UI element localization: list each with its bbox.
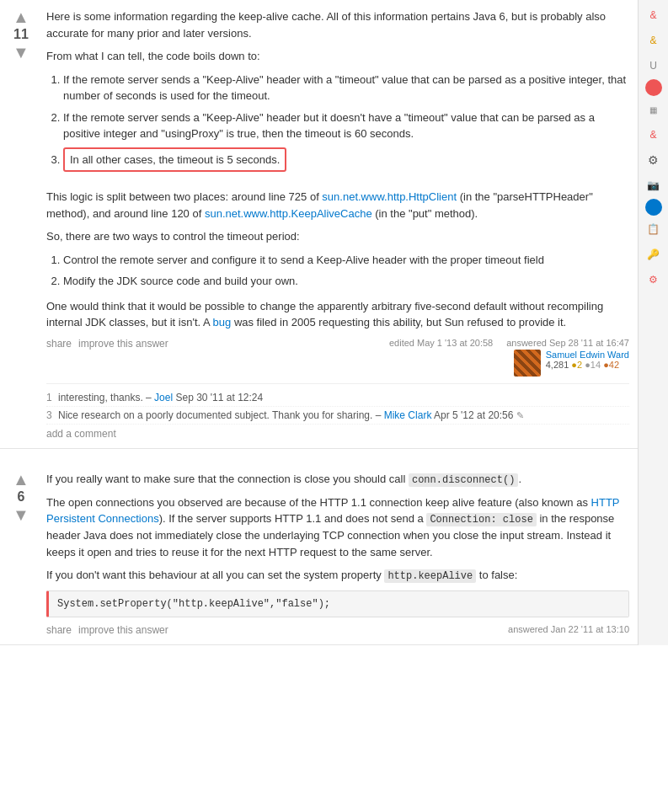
comment-vote-1: 1 (46, 392, 52, 403)
vote-column-1: ▲ 11 ▼ (0, 8, 42, 440)
answer-footer-1: share improve this answer edited May 1 '… (46, 338, 629, 377)
improve-link-2[interactable]: improve this answer (78, 624, 168, 636)
comment-time-2: Apr 5 '12 at 20:56 (431, 409, 513, 421)
sidebar-icon-4[interactable] (645, 79, 662, 96)
avatar-pattern-1 (514, 350, 541, 377)
final-para: One would think that it would be possibl… (46, 298, 629, 331)
edit-info-1: edited May 1 '13 at 20:58 (389, 338, 493, 348)
user-rep-1: 4,281 ●2 ●14 ●42 (546, 360, 629, 370)
user-avatar-1 (514, 350, 541, 377)
silver-badge-1: ●14 (585, 360, 601, 370)
answer-block-2: ▲ 6 ▼ If you really want to make sure th… (0, 462, 638, 646)
answer-action-links-2: share improve this answer (46, 624, 168, 636)
sidebar-icon-6[interactable]: & (642, 123, 665, 147)
comment-text-2: Nice research on a poorly documented sub… (58, 409, 384, 421)
add-comment-link-1[interactable]: add a comment (46, 428, 116, 440)
link-httpclient[interactable]: sun.net.www.http.HttpClient (322, 190, 457, 203)
user-card-1: answered Sep 28 '11 at 16:47 Samuel Edwi… (506, 338, 629, 377)
answer2-p2-text2: ). If the server supports HTTP 1.1 and d… (159, 512, 427, 525)
list-item-1: If the remote server sends a "Keep-Alive… (63, 72, 629, 104)
logic-text-1: This logic is split between two places: … (46, 190, 322, 203)
comment-text-1: interesting, thanks. – (58, 392, 154, 403)
answer-intro: Here is some information regarding the k… (46, 8, 629, 41)
vote-down-button-2[interactable]: ▼ (13, 506, 29, 523)
comments-section-1: 1 interesting, thanks. – Joel Sep 30 '11… (46, 383, 629, 440)
answered-time-2: answered Jan 22 '11 at 13:10 (508, 624, 629, 634)
list-item-2: If the remote server sends a "Keep-Alive… (63, 110, 629, 142)
ways-list: Control the remote server and configure … (63, 252, 629, 290)
sidebar-icon-2[interactable]: & (642, 29, 665, 52)
highlight-box: In all other cases, the timeout is 5 sec… (63, 147, 286, 173)
answer-list-1: If the remote server sends a "Keep-Alive… (63, 72, 629, 181)
sidebar-icon-11[interactable]: 🔑 (642, 243, 665, 266)
page-wrapper: ▲ 11 ▼ Here is some information regardin… (0, 0, 668, 645)
answer-logic-para: This logic is split between two places: … (46, 189, 629, 222)
vote-up-button-2[interactable]: ▲ (13, 471, 29, 488)
code-block-setproperty: System.setProperty("http.keepAlive","fal… (46, 590, 629, 617)
vote-count-1: 11 (13, 27, 29, 42)
answer2-p3-text1: If you don't want this behaviour at all … (46, 569, 384, 581)
main-content: ▲ 11 ▼ Here is some information regardin… (0, 0, 638, 645)
answer-from-what: From what I can tell, the code boils dow… (46, 48, 629, 65)
sidebar-icon-5[interactable]: ▦ (642, 98, 665, 121)
comment-time-1: Sep 30 '11 at 12:24 (173, 392, 263, 403)
answer-block-1: ▲ 11 ▼ Here is some information regardin… (0, 0, 638, 449)
sidebar-icon-1[interactable]: & (642, 3, 665, 27)
link-keepalivecache[interactable]: sun.net.www.http.KeepAliveCache (205, 207, 372, 220)
share-link-2[interactable]: share (46, 624, 72, 636)
comment-author-2[interactable]: Mike Clark (384, 409, 432, 421)
answer-action-links-1: share improve this answer (46, 338, 168, 350)
user-info-1: Samuel Edwin Ward 4,281 ●2 ●14 ●42 (546, 350, 629, 377)
bronze-badge-1: ●42 (603, 360, 619, 370)
code-keepalive: http.keepAlive (384, 569, 476, 583)
code-connection-close: Connection: close (426, 513, 536, 526)
vote-column-2: ▲ 6 ▼ (0, 471, 42, 637)
gold-badge-1: ●2 (571, 360, 582, 370)
logic-text-3: (in the "put" method). (372, 207, 478, 220)
answer2-para2: The open connections you observed are be… (46, 494, 629, 561)
comment-author-1[interactable]: Joel (154, 392, 173, 403)
answer2-para1: If you really want to make sure that the… (46, 471, 629, 488)
improve-link-1[interactable]: improve this answer (78, 338, 168, 350)
sidebar-icon-7[interactable]: ⚙ (642, 148, 665, 172)
code-disconnect: conn.disconnect() (409, 473, 518, 487)
ways-intro: So, there are two ways to control the ti… (46, 228, 629, 245)
answer-body-2: If you really want to make sure that the… (42, 471, 629, 637)
sidebar-icon-9[interactable] (645, 199, 662, 216)
sidebar-icon-10[interactable]: 📋 (642, 217, 665, 241)
bug-link[interactable]: bug (213, 316, 232, 329)
comment-vote-2: 3 (46, 409, 52, 421)
answer2-p2-text1: The open connections you observed are be… (46, 496, 591, 509)
edit-icon: ✎ (516, 410, 524, 420)
vote-count-2: 6 (18, 489, 25, 505)
answer2-p1-text2: . (518, 473, 521, 485)
comment-2: 3 Nice research on a poorly documented s… (46, 407, 629, 425)
right-sidebar: & & U ▦ & ⚙ 📷 📋 🔑 ⚙ (638, 0, 668, 645)
ways-item-2: Modify the JDK source code and build you… (63, 273, 629, 290)
vote-up-button-1[interactable]: ▲ (13, 8, 29, 25)
sidebar-icon-3[interactable]: U (642, 54, 665, 77)
sidebar-icon-12[interactable]: ⚙ (642, 268, 665, 291)
answer2-p1-text1: If you really want to make sure that the… (46, 473, 409, 485)
user-name-link-1[interactable]: Samuel Edwin Ward (546, 350, 629, 360)
answer-body-1: Here is some information regarding the k… (42, 8, 629, 440)
answer2-p3-text2: to false: (476, 569, 517, 581)
answered-time-1: answered Sep 28 '11 at 16:47 (506, 338, 629, 348)
vote-down-button-1[interactable]: ▼ (13, 44, 29, 61)
share-link-1[interactable]: share (46, 338, 72, 350)
list-item-3-highlighted: In all other cases, the timeout is 5 sec… (63, 147, 629, 181)
spacer (0, 449, 638, 462)
comment-1: 1 interesting, thanks. – Joel Sep 30 '11… (46, 389, 629, 407)
ways-item-1: Control the remote server and configure … (63, 252, 629, 269)
answer-footer-2: share improve this answer answered Jan 2… (46, 624, 629, 636)
sidebar-icon-8[interactable]: 📷 (642, 174, 665, 197)
answer2-para3: If you don't want this behaviour at all … (46, 567, 629, 584)
